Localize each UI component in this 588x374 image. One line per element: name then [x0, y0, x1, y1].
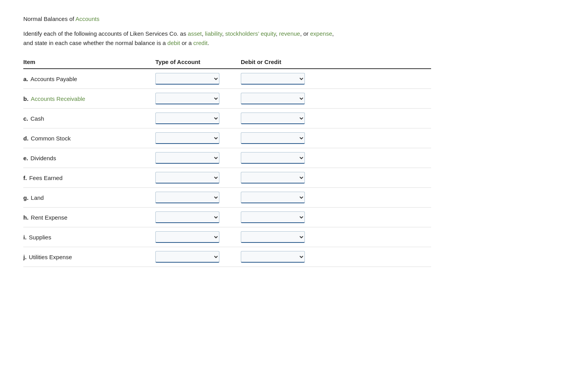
balance-select-5[interactable]: debitcredit	[241, 172, 305, 184]
page-title: Normal Balances of Accounts	[23, 16, 565, 22]
item-label-1: b.Accounts Receivable	[23, 95, 155, 102]
balance-dropdown-cell-3: debitcredit	[241, 132, 326, 144]
item-label-0: a.Accounts Payable	[23, 76, 155, 82]
table-row: i.Supplies assetliabilitystockholders' e…	[23, 227, 431, 247]
table-row: c.Cash assetliabilitystockholders' equit…	[23, 109, 431, 128]
item-label-7: h.Rent Expense	[23, 214, 155, 221]
desc-line2: and state in each case whether the norma…	[23, 40, 167, 46]
item-name-0: Accounts Payable	[31, 76, 77, 82]
col-type: Type of Account	[155, 59, 241, 65]
balance-select-0[interactable]: debitcredit	[241, 73, 305, 85]
item-label-5: f.Fees Earned	[23, 175, 155, 181]
type-select-3[interactable]: assetliabilitystockholders' equityrevenu…	[155, 132, 219, 144]
desc-prefix: Identify each of the following accounts …	[23, 30, 188, 37]
term-revenue: revenue	[279, 30, 300, 37]
balance-select-3[interactable]: debitcredit	[241, 132, 305, 144]
balance-select-9[interactable]: debitcredit	[241, 251, 305, 263]
balance-select-2[interactable]: debitcredit	[241, 113, 305, 124]
item-letter-3: d.	[23, 135, 28, 142]
item-name-1: Accounts Receivable	[31, 95, 85, 102]
balance-dropdown-cell-7: debitcredit	[241, 211, 326, 223]
type-dropdown-cell-2: assetliabilitystockholders' equityrevenu…	[155, 113, 241, 124]
col-item: Item	[23, 59, 155, 65]
item-name-7: Rent Expense	[31, 214, 67, 221]
item-label-9: j.Utilities Expense	[23, 254, 155, 260]
type-select-4[interactable]: assetliabilitystockholders' equityrevenu…	[155, 152, 219, 164]
balance-dropdown-cell-0: debitcredit	[241, 73, 326, 85]
item-letter-9: j.	[23, 254, 26, 260]
table-rows: a.Accounts Payable assetliabilitystockho…	[23, 69, 431, 267]
item-name-2: Cash	[31, 115, 44, 122]
item-name-3: Common Stock	[31, 135, 71, 142]
balance-select-8[interactable]: debitcredit	[241, 231, 305, 243]
item-name-4: Dividends	[31, 155, 56, 161]
debit-word: debit	[167, 40, 180, 46]
item-letter-7: h.	[23, 214, 28, 221]
balance-select-4[interactable]: debitcredit	[241, 152, 305, 164]
term-expense: expense	[310, 30, 332, 37]
balance-dropdown-cell-4: debitcredit	[241, 152, 326, 164]
balance-select-7[interactable]: debitcredit	[241, 211, 305, 223]
item-letter-0: a.	[23, 76, 28, 82]
item-name-6: Land	[31, 194, 43, 201]
type-select-7[interactable]: assetliabilitystockholders' equityrevenu…	[155, 211, 219, 223]
item-letter-5: f.	[23, 175, 27, 181]
table-container: Item Type of Account Debit or Credit a.A…	[23, 59, 431, 267]
table-row: d.Common Stock assetliabilitystockholder…	[23, 128, 431, 148]
term-equity: stockholders’ equity	[225, 30, 276, 37]
type-select-6[interactable]: assetliabilitystockholders' equityrevenu…	[155, 192, 219, 203]
title-accounts-link: Accounts	[75, 16, 99, 22]
balance-dropdown-cell-5: debitcredit	[241, 172, 326, 184]
item-letter-1: b.	[23, 95, 28, 102]
item-label-8: i.Supplies	[23, 234, 155, 241]
credit-word: credit	[193, 40, 208, 46]
balance-select-6[interactable]: debitcredit	[241, 192, 305, 203]
table-row: e.Dividends assetliabilitystockholders' …	[23, 148, 431, 168]
item-name-9: Utilities Expense	[29, 254, 72, 260]
type-select-5[interactable]: assetliabilitystockholders' equityrevenu…	[155, 172, 219, 184]
balance-dropdown-cell-2: debitcredit	[241, 113, 326, 124]
item-label-4: e.Dividends	[23, 155, 155, 161]
table-row: b.Accounts Receivable assetliabilitystoc…	[23, 89, 431, 109]
description: Identify each of the following accounts …	[23, 29, 565, 48]
type-dropdown-cell-7: assetliabilitystockholders' equityrevenu…	[155, 211, 241, 223]
type-select-0[interactable]: assetliabilitystockholders' equityrevenu…	[155, 73, 219, 85]
item-letter-2: c.	[23, 115, 28, 122]
item-label-2: c.Cash	[23, 115, 155, 122]
type-dropdown-cell-8: assetliabilitystockholders' equityrevenu…	[155, 231, 241, 243]
balance-dropdown-cell-8: debitcredit	[241, 231, 326, 243]
item-label-6: g.Land	[23, 194, 155, 201]
type-dropdown-cell-1: assetliabilitystockholders' equityrevenu…	[155, 93, 241, 104]
item-letter-6: g.	[23, 194, 28, 201]
item-letter-8: i.	[23, 234, 26, 241]
desc-end: .	[207, 40, 209, 46]
table-row: a.Accounts Payable assetliabilitystockho…	[23, 69, 431, 89]
type-dropdown-cell-3: assetliabilitystockholders' equityrevenu…	[155, 132, 241, 144]
col-balance: Debit or Credit	[241, 59, 326, 65]
term-asset: asset	[188, 30, 202, 37]
type-dropdown-cell-6: assetliabilitystockholders' equityrevenu…	[155, 192, 241, 203]
balance-dropdown-cell-9: debitcredit	[241, 251, 326, 263]
table-row: g.Land assetliabilitystockholders' equit…	[23, 188, 431, 208]
table-row: h.Rent Expense assetliabilitystockholder…	[23, 208, 431, 227]
type-dropdown-cell-9: assetliabilitystockholders' equityrevenu…	[155, 251, 241, 263]
type-select-2[interactable]: assetliabilitystockholders' equityrevenu…	[155, 113, 219, 124]
type-dropdown-cell-5: assetliabilitystockholders' equityrevenu…	[155, 172, 241, 184]
type-dropdown-cell-4: assetliabilitystockholders' equityrevenu…	[155, 152, 241, 164]
item-letter-4: e.	[23, 155, 28, 161]
item-name-5: Fees Earned	[29, 175, 63, 181]
balance-dropdown-cell-6: debitcredit	[241, 192, 326, 203]
balance-dropdown-cell-1: debitcredit	[241, 93, 326, 104]
balance-select-1[interactable]: debitcredit	[241, 93, 305, 104]
table-row: j.Utilities Expense assetliabilitystockh…	[23, 247, 431, 267]
term-liability: liability	[205, 30, 222, 37]
type-select-9[interactable]: assetliabilitystockholders' equityrevenu…	[155, 251, 219, 263]
table-header: Item Type of Account Debit or Credit	[23, 59, 431, 69]
type-dropdown-cell-0: assetliabilitystockholders' equityrevenu…	[155, 73, 241, 85]
type-select-1[interactable]: assetliabilitystockholders' equityrevenu…	[155, 93, 219, 104]
table-row: f.Fees Earned assetliabilitystockholders…	[23, 168, 431, 188]
type-select-8[interactable]: assetliabilitystockholders' equityrevenu…	[155, 231, 219, 243]
title-prefix: Normal Balances of	[23, 16, 75, 22]
item-name-8: Supplies	[29, 234, 51, 241]
item-label-3: d.Common Stock	[23, 135, 155, 142]
